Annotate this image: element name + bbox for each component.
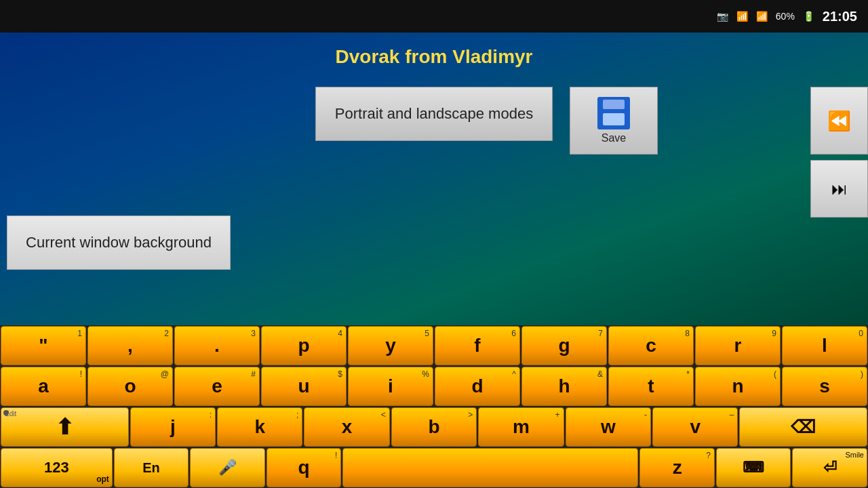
app-area: Dvorak from Vladimyr Portrait and landsc… xyxy=(0,33,868,325)
portrait-landscape-button[interactable]: Portrait and landscape modes xyxy=(315,87,553,141)
battery-icon: 🔋 xyxy=(803,11,814,22)
key-k[interactable]: k; xyxy=(217,407,302,447)
key-x[interactable]: x< xyxy=(304,407,389,447)
key-o[interactable]: o@ xyxy=(87,367,173,406)
key-r[interactable]: r9 xyxy=(695,326,781,365)
key-period[interactable]: .3 xyxy=(174,326,260,365)
key-v[interactable]: v– xyxy=(652,407,738,447)
battery-text: 60% xyxy=(776,11,795,22)
keyboard-row-4: 123opt En 🎤 q! z? ⌨ ⏎Smile xyxy=(0,447,868,488)
key-y[interactable]: y5 xyxy=(348,326,433,365)
key-n[interactable]: n( xyxy=(695,367,781,406)
keyboard-icon-key[interactable]: ⌨ xyxy=(716,448,791,487)
num-key[interactable]: 123opt xyxy=(1,448,113,487)
shift-key[interactable]: Edit ⬆ xyxy=(1,407,129,447)
keyboard-row-2: a! o@ e# u$ i% d^ h& t* n( s) xyxy=(0,366,868,407)
wifi-icon: 📶 xyxy=(736,11,748,22)
next-button[interactable]: ⏭ xyxy=(810,160,868,218)
key-quote[interactable]: "1 xyxy=(1,326,86,365)
keyboard-row-3: Edit ⬆ j: k; x< b> m+ w- v– ⌫ xyxy=(0,407,868,447)
lang-key[interactable]: En xyxy=(114,448,189,487)
current-window-button[interactable]: Current window background xyxy=(7,216,231,270)
next-icon: ⏭ xyxy=(831,180,848,199)
camera-icon: 📷 xyxy=(717,11,728,22)
key-a[interactable]: a! xyxy=(1,367,86,406)
key-p[interactable]: p4 xyxy=(261,326,347,365)
key-e[interactable]: e# xyxy=(174,367,260,406)
space-key[interactable] xyxy=(342,448,638,487)
key-s[interactable]: s) xyxy=(782,367,867,406)
key-c[interactable]: c8 xyxy=(608,326,694,365)
key-g[interactable]: g7 xyxy=(521,326,607,365)
time-display: 21:05 xyxy=(823,9,857,24)
key-j[interactable]: j: xyxy=(130,407,216,447)
app-title: Dvorak from Vladimyr xyxy=(0,33,868,68)
mic-key[interactable]: 🎤 xyxy=(190,448,265,487)
status-bar: 📷 📶 📶 60% 🔋 21:05 xyxy=(0,0,868,33)
key-b[interactable]: b> xyxy=(391,407,477,447)
key-i[interactable]: i% xyxy=(348,367,433,406)
signal-icon: 📶 xyxy=(756,11,768,22)
key-q[interactable]: q! xyxy=(267,448,342,487)
keyboard-area: "1 ,2 .3 p4 y5 f6 g7 c8 r9 l0 a! o@ e# u… xyxy=(0,325,868,488)
save-icon xyxy=(597,97,630,129)
key-t[interactable]: t* xyxy=(608,367,694,406)
key-f[interactable]: f6 xyxy=(435,326,520,365)
key-h[interactable]: h& xyxy=(521,367,607,406)
key-w[interactable]: w- xyxy=(566,407,651,447)
rewind-icon: ⏪ xyxy=(827,110,851,132)
enter-key[interactable]: ⏎Smile xyxy=(792,448,867,487)
key-u[interactable]: u$ xyxy=(261,367,347,406)
key-z[interactable]: z? xyxy=(639,448,715,487)
save-button[interactable]: Save xyxy=(570,87,658,155)
key-d[interactable]: d^ xyxy=(435,367,520,406)
backspace-key[interactable]: ⌫ xyxy=(739,407,867,447)
rewind-button[interactable]: ⏪ xyxy=(810,87,868,155)
key-m[interactable]: m+ xyxy=(478,407,564,447)
key-l[interactable]: l0 xyxy=(782,326,867,365)
key-comma[interactable]: ,2 xyxy=(87,326,173,365)
keyboard-row-1: "1 ,2 .3 p4 y5 f6 g7 c8 r9 l0 xyxy=(0,325,868,366)
